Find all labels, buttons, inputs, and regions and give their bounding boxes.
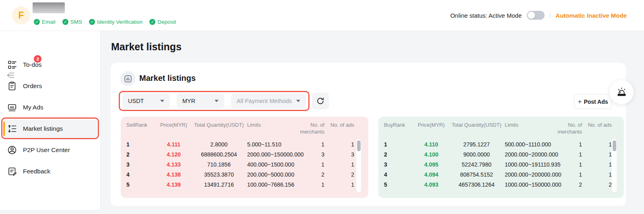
online-status-toggle[interactable] bbox=[527, 11, 545, 20]
merchants-cell: 2 bbox=[561, 181, 582, 188]
sidebar-item-p2p-user-center[interactable]: P2P User Center bbox=[0, 141, 101, 159]
price-cell: 4.094 bbox=[414, 171, 448, 178]
sidebar-item-my-ads[interactable]: AD My Ads bbox=[0, 99, 101, 116]
merchants-cell: 1 bbox=[303, 161, 324, 168]
table-row: 54.0934657306.12641000.000~150000.00022 bbox=[384, 179, 624, 189]
sidebar: To-dos 3 Orders AD My Ads bbox=[0, 31, 101, 210]
chart-icon bbox=[120, 71, 135, 86]
rank-cell: 4 bbox=[126, 171, 157, 178]
column-header: Price(MYR) bbox=[157, 121, 191, 128]
limits-cell: 2000.000~20000.000 bbox=[505, 151, 561, 158]
limits-cell: 2000.000~200000.000 bbox=[505, 171, 561, 178]
plus-icon: + bbox=[578, 98, 582, 106]
rank-cell: 1 bbox=[126, 141, 157, 148]
price-cell: 4.093 bbox=[414, 181, 448, 188]
column-header: No. of ads bbox=[324, 121, 354, 128]
buy-listings-table: BuyRankPrice(MYR)Total Quantity(USDT)Lim… bbox=[378, 117, 624, 198]
rank-cell: 5 bbox=[384, 181, 414, 188]
ads-cell: 3 bbox=[324, 151, 354, 158]
sidebar-item-label: P2P User Center bbox=[23, 146, 70, 154]
ads-cell: 1 bbox=[324, 141, 354, 148]
svg-text:AD: AD bbox=[10, 105, 14, 109]
sidebar-item-todos[interactable]: To-dos bbox=[0, 56, 101, 74]
ads-cell: 1 bbox=[582, 151, 612, 158]
column-header: Total Quantity(USDT) bbox=[191, 121, 247, 128]
fiat-select[interactable]: MYR bbox=[177, 93, 224, 109]
buy-table-scrollbar[interactable] bbox=[612, 139, 617, 192]
todos-icon bbox=[8, 61, 17, 69]
ads-cell: 1 bbox=[582, 141, 612, 148]
red-annotation-box-filters: USDT MYR All Payment Methods bbox=[119, 91, 310, 111]
page-title: Market listings bbox=[111, 41, 182, 53]
column-header: Total Quantity(USDT) bbox=[448, 121, 505, 128]
payment-method-select[interactable]: All Payment Methods bbox=[231, 93, 306, 109]
sidebar-item-label: Orders bbox=[23, 82, 42, 90]
buy-table-head: BuyRankPrice(MYR)Total Quantity(USDT)Lim… bbox=[384, 121, 624, 139]
rank-cell: 3 bbox=[126, 161, 157, 168]
sell-table-body: 14.1112.80005.000~11.5101124.1206888600.… bbox=[126, 139, 368, 189]
feedback-icon bbox=[8, 167, 17, 176]
column-header: No. of merchants bbox=[555, 121, 582, 135]
table-row: 14.1112.80005.000~11.51011 bbox=[126, 139, 368, 149]
quantity-cell: 2.8000 bbox=[191, 141, 247, 148]
merchants-cell: 3 bbox=[303, 151, 324, 158]
rank-cell: 2 bbox=[126, 151, 157, 158]
ads-cell: 1 bbox=[324, 161, 354, 168]
quantity-cell: 6888600.2504 bbox=[191, 151, 247, 158]
verification-deposit: ✓ Deposit bbox=[149, 19, 176, 25]
column-header: Limits bbox=[505, 121, 561, 128]
online-status-label: Online status: Active Mode bbox=[450, 12, 522, 19]
top-header: F ✓ Email ✓ SMS ✓ Identity Verification … bbox=[0, 0, 644, 31]
asset-select-value: USDT bbox=[128, 98, 144, 104]
sidebar-item-market-listings[interactable]: Market listings bbox=[3, 120, 97, 138]
refresh-button[interactable] bbox=[312, 93, 329, 109]
price-cell: 4.133 bbox=[157, 161, 191, 168]
scrollbar-thumb[interactable] bbox=[613, 140, 616, 151]
alarm-button[interactable] bbox=[609, 80, 634, 104]
automatic-inactive-mode-link[interactable]: Automatic Inactive Mode bbox=[555, 12, 627, 19]
verification-sms: ✓ SMS bbox=[62, 19, 82, 25]
ads-cell: 1 bbox=[582, 161, 612, 168]
limits-cell: 200.000~5000.000 bbox=[247, 171, 303, 178]
avatar[interactable]: F bbox=[12, 6, 30, 25]
quantity-cell: 13491.2716 bbox=[191, 181, 247, 188]
sidebar-item-label: Feedback bbox=[23, 168, 50, 175]
sell-table-scrollbar[interactable] bbox=[356, 139, 361, 192]
chevron-down-icon bbox=[215, 100, 219, 102]
rank-cell: 2 bbox=[384, 151, 414, 158]
verification-identity: ✓ Identity Verification bbox=[89, 19, 142, 25]
asset-select[interactable]: USDT bbox=[122, 93, 170, 109]
sidebar-item-feedback[interactable]: Feedback bbox=[0, 163, 101, 180]
price-cell: 4.095 bbox=[414, 161, 448, 168]
verification-email: ✓ Email bbox=[34, 19, 56, 25]
merchants-cell: 1 bbox=[561, 171, 582, 178]
table-row: 14.1102795.1227500.000~1110.00011 bbox=[384, 139, 624, 149]
limits-cell: 1000.000~150000.000 bbox=[505, 181, 561, 188]
rank-cell: 1 bbox=[384, 141, 414, 148]
merchants-cell: 1 bbox=[561, 141, 582, 148]
check-icon: ✓ bbox=[149, 19, 155, 25]
limits-cell: 100.000~7686.156 bbox=[247, 181, 303, 188]
merchants-cell: 1 bbox=[303, 181, 324, 188]
post-ads-button[interactable]: + Post Ads bbox=[574, 94, 612, 109]
price-cell: 4.100 bbox=[414, 151, 448, 158]
column-header: No. of merchants bbox=[298, 121, 324, 135]
price-cell: 4.138 bbox=[157, 171, 191, 178]
verification-label: Email bbox=[42, 19, 56, 25]
table-row: 34.09552242.79801000.000~191110.93511 bbox=[384, 159, 624, 169]
toggle-knob-icon bbox=[528, 12, 535, 19]
check-icon: ✓ bbox=[62, 19, 68, 25]
limits-cell: 5.000~11.510 bbox=[247, 141, 303, 148]
scrollbar-thumb[interactable] bbox=[357, 140, 361, 151]
verification-label: SMS bbox=[70, 19, 82, 25]
limits-cell: 500.000~1110.000 bbox=[505, 141, 561, 148]
fiat-select-value: MYR bbox=[182, 98, 195, 104]
ads-cell: 1 bbox=[324, 181, 354, 188]
sidebar-item-orders[interactable]: Orders bbox=[0, 77, 101, 95]
sell-table-head: SellRankPrice(MYR)Total Quantity(USDT)Li… bbox=[126, 121, 368, 139]
quantity-cell: 710.1856 bbox=[191, 161, 247, 168]
rank-cell: 3 bbox=[384, 161, 414, 168]
chevron-down-icon bbox=[296, 100, 300, 102]
merchants-cell: 2 bbox=[303, 171, 324, 178]
orders-icon bbox=[8, 82, 17, 91]
